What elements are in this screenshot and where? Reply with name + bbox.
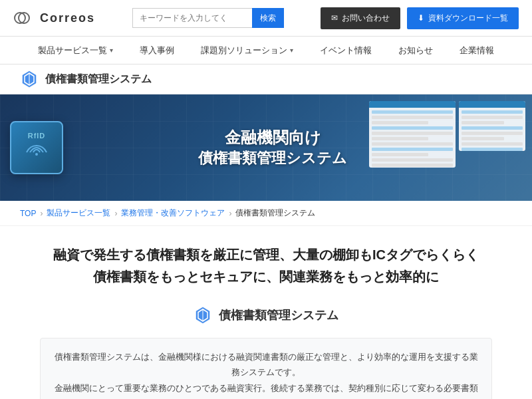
header-buttons: ✉ お問い合わせ ⬇ 資料ダウンロード一覧 xyxy=(321,7,519,29)
contact-button[interactable]: ✉ お問い合わせ xyxy=(321,7,400,29)
chevron-down-icon: ▾ xyxy=(110,47,113,54)
screenshot-large xyxy=(369,101,456,168)
hero-section: RfID 金融機関向け 債権書類管理システム xyxy=(0,94,532,201)
download-button[interactable]: ⬇ 資料ダウンロード一覧 xyxy=(407,7,519,29)
search-input[interactable] xyxy=(132,8,252,28)
logo-icon xyxy=(13,11,35,25)
breadcrumb-products[interactable]: 製品サービス一覧 xyxy=(47,207,110,219)
description-block-1: 債権書類管理システムは、金融機関様における融資関連書類の厳正な管理と、より効率的… xyxy=(40,338,492,399)
rfid-label-text: RfID xyxy=(23,132,50,164)
search-area: 検索 xyxy=(132,8,305,28)
product-logo-icon xyxy=(20,70,39,88)
breadcrumb-sep1: › xyxy=(40,209,43,218)
breadcrumb: TOP › 製品サービス一覧 › 業務管理・改善ソフトウェア › 債権書類管理シ… xyxy=(0,201,532,226)
main-nav: 製品サービス一覧 ▾ 導入事例 課題別ソリューション ▾ イベント情報 お知らせ… xyxy=(0,37,532,65)
svg-point-6 xyxy=(35,153,38,156)
rfid-display: RfID xyxy=(10,121,63,174)
main-content: 融資で発生する債権書類を厳正に管理、大量の棚卸もICタグでらくらく 債権書類をも… xyxy=(0,226,532,399)
mail-icon: ✉ xyxy=(331,13,338,23)
headline-block: 融資で発生する債権書類を厳正に管理、大量の棚卸もICタグでらくらく 債権書類をも… xyxy=(40,246,492,286)
rfid-wave-icon xyxy=(23,142,50,162)
logo[interactable]: Correos xyxy=(13,11,95,25)
hero-text: 金融機関向け 債権書類管理システム xyxy=(198,127,347,168)
description-text-1: 債権書類管理システムは、金融機関様における融資関連書類の厳正な管理と、より効率的… xyxy=(55,352,478,399)
nav-item-news[interactable]: お知らせ xyxy=(398,45,433,57)
headline-line1: 融資で発生する債権書類を厳正に管理、大量の棚卸もICタグでらくらく xyxy=(40,246,492,264)
page-title: 債権書類管理システム xyxy=(45,72,152,86)
nav-item-cases[interactable]: 導入事例 xyxy=(140,45,174,57)
product-section: 債権書類管理システム 債権書類管理システムは、金融機関様における融資関連書類の厳… xyxy=(40,306,492,399)
logo-text: Correos xyxy=(40,11,95,25)
hero-title-line1: 金融機関向け xyxy=(198,127,347,148)
breadcrumb-software[interactable]: 業務管理・改善ソフトウェア xyxy=(121,207,225,219)
screenshot-small xyxy=(459,101,525,151)
breadcrumb-current: 債権書類管理システム xyxy=(235,207,315,219)
breadcrumb-sep3: › xyxy=(229,209,231,218)
breadcrumb-sep2: › xyxy=(114,209,117,218)
product-section-title: 債権書類管理システム xyxy=(219,307,338,323)
hero-screenshots xyxy=(369,101,525,168)
breadcrumb-top[interactable]: TOP xyxy=(20,209,36,218)
nav-item-solutions[interactable]: 課題別ソリューション ▾ xyxy=(201,45,293,57)
headline-line2: 債権書類をもっとセキュアに、関連業務をもっと効率的に xyxy=(40,268,492,286)
nav-item-company[interactable]: 企業情報 xyxy=(460,45,494,57)
hero-title-line2: 債権書類管理システム xyxy=(198,148,347,168)
chevron-down-icon: ▾ xyxy=(290,47,293,54)
search-button[interactable]: 検索 xyxy=(252,8,284,28)
nav-item-products[interactable]: 製品サービス一覧 ▾ xyxy=(38,45,113,57)
product-title-row: 債権書類管理システム xyxy=(40,306,492,325)
page-title-bar: 債権書類管理システム xyxy=(0,65,532,94)
nav-item-events[interactable]: イベント情報 xyxy=(320,45,372,57)
header: Correos 検索 ✉ お問い合わせ ⬇ 資料ダウンロード一覧 xyxy=(0,0,532,37)
download-icon: ⬇ xyxy=(418,13,424,23)
rfid-card: RfID xyxy=(10,121,63,174)
product-section-icon xyxy=(194,306,212,325)
